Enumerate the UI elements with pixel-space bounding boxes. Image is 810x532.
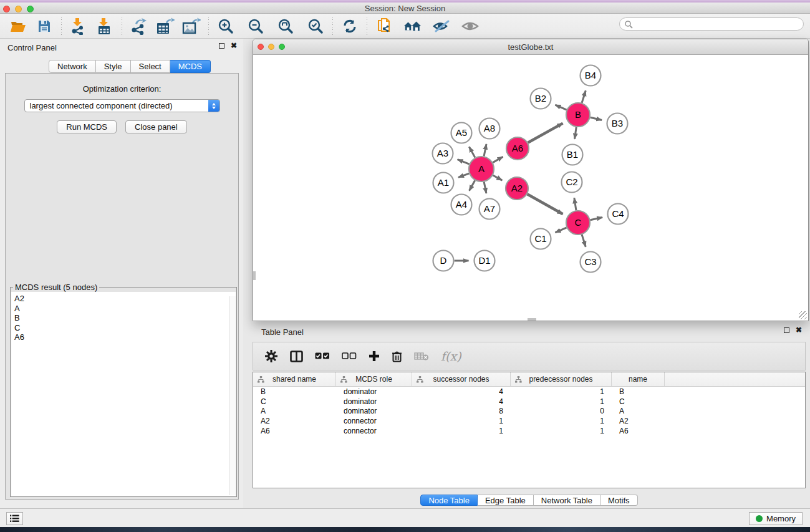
- table-settings-button[interactable]: [264, 347, 278, 365]
- zoom-fit-button[interactable]: [276, 17, 295, 36]
- edge-A-A1[interactable]: [458, 173, 469, 177]
- show-hidden-button[interactable]: [461, 17, 480, 36]
- table-cell[interactable]: A: [253, 407, 336, 415]
- task-history-button[interactable]: [6, 512, 23, 525]
- tab-motifs[interactable]: Motifs: [600, 495, 638, 506]
- table-cell[interactable]: 1: [511, 417, 612, 425]
- table-cell[interactable]: 1: [511, 397, 612, 406]
- table-cell[interactable]: connector: [336, 427, 412, 435]
- column-visibility-button[interactable]: [290, 347, 303, 365]
- edge-C-C3[interactable]: [582, 235, 586, 247]
- list-item[interactable]: A: [14, 304, 236, 314]
- import-table-button[interactable]: [95, 17, 114, 36]
- list-item[interactable]: B: [14, 313, 236, 323]
- table-cell[interactable]: 0: [511, 407, 612, 415]
- edge-A-A3[interactable]: [458, 160, 470, 165]
- table-cell[interactable]: B: [612, 387, 665, 396]
- close-panel-icon[interactable]: ✖: [231, 42, 237, 49]
- table-cell[interactable]: A2: [253, 417, 336, 425]
- resize-grip[interactable]: [799, 311, 807, 319]
- new-network-from-selection-button[interactable]: [375, 17, 393, 36]
- close-table-panel-icon[interactable]: ✖: [796, 327, 802, 333]
- table-cell[interactable]: 8: [412, 407, 511, 415]
- edge-A-A5[interactable]: [469, 147, 475, 157]
- column-header-MCDS-role[interactable]: MCDS role: [336, 372, 412, 386]
- zoom-out-button[interactable]: [246, 17, 265, 36]
- table-cell[interactable]: 1: [511, 427, 612, 435]
- hide-selection-button[interactable]: [432, 17, 451, 36]
- export-image-button[interactable]: [182, 17, 201, 36]
- edge-A-A8[interactable]: [484, 144, 486, 156]
- first-neighbors-button[interactable]: [403, 17, 422, 36]
- table-cell[interactable]: connector: [336, 417, 412, 425]
- table-cell[interactable]: A2: [612, 417, 665, 425]
- edge-B-B4[interactable]: [582, 90, 586, 103]
- zoom-in-button[interactable]: [216, 17, 235, 36]
- deselect-all-rows-button[interactable]: [342, 347, 357, 365]
- add-column-button[interactable]: [369, 347, 380, 365]
- column-header-name[interactable]: name: [612, 372, 665, 386]
- edge-C-C2[interactable]: [574, 198, 576, 210]
- select-all-rows-button[interactable]: [315, 347, 330, 365]
- table-cell[interactable]: 4: [412, 387, 511, 396]
- export-network-button[interactable]: [130, 17, 148, 36]
- table-row[interactable]: Adominator80A: [253, 407, 805, 417]
- criterion-select[interactable]: largest connected component (directed): [24, 99, 220, 112]
- edge-B-B2[interactable]: [555, 105, 566, 110]
- column-header-shared-name[interactable]: shared name: [253, 372, 336, 386]
- run-mcds-button[interactable]: Run MCDS: [57, 120, 117, 133]
- tab-network-table[interactable]: Network Table: [534, 495, 600, 506]
- vertical-scrollbar[interactable]: [253, 271, 256, 280]
- delete-column-button[interactable]: [392, 347, 402, 365]
- table-cell[interactable]: dominator: [336, 387, 412, 396]
- edge-A-A2[interactable]: [493, 175, 502, 180]
- network-graph[interactable]: B4B2BB3A5A8A6A3B1AC2A1A2A4A7C4CC1C3DD1: [253, 55, 808, 321]
- tab-select[interactable]: Select: [131, 60, 170, 73]
- edge-A2-C[interactable]: [528, 194, 563, 214]
- edge-B-B3[interactable]: [591, 117, 602, 120]
- function-builder-button[interactable]: f(x): [441, 349, 461, 363]
- edge-A-A7[interactable]: [484, 182, 486, 193]
- tab-node-table[interactable]: Node Table: [420, 495, 478, 506]
- edge-C-C4[interactable]: [591, 217, 603, 220]
- tab-style[interactable]: Style: [96, 60, 131, 73]
- float-table-panel-icon[interactable]: [784, 327, 789, 333]
- edge-A-A6[interactable]: [493, 157, 503, 162]
- list-item[interactable]: C: [14, 323, 236, 333]
- table-cell[interactable]: 1: [412, 417, 511, 425]
- table-row[interactable]: Bdominator41B: [253, 387, 805, 397]
- table-row[interactable]: A2connector11A2: [253, 416, 805, 426]
- tab-mcds[interactable]: MCDS: [170, 60, 211, 73]
- table-cell[interactable]: B: [253, 387, 336, 396]
- table-cell[interactable]: 4: [412, 397, 511, 406]
- list-item[interactable]: A2: [14, 294, 236, 304]
- close-panel-button[interactable]: Close panel: [125, 120, 187, 133]
- table-cell[interactable]: dominator: [336, 397, 412, 406]
- table-cell[interactable]: A6: [253, 427, 336, 435]
- float-panel-icon[interactable]: [219, 43, 224, 49]
- table-cell[interactable]: A: [612, 407, 665, 415]
- table-cell[interactable]: C: [612, 397, 665, 406]
- list-item[interactable]: A6: [14, 332, 236, 342]
- tab-network[interactable]: Network: [49, 60, 96, 73]
- network-window-titlebar[interactable]: testGlobe.txt: [253, 39, 808, 55]
- edge-B-B1[interactable]: [575, 127, 577, 139]
- table-cell[interactable]: 1: [412, 427, 511, 435]
- refresh-button[interactable]: [340, 17, 359, 36]
- delete-table-button[interactable]: [414, 347, 429, 365]
- edge-C-C1[interactable]: [555, 228, 566, 233]
- select-stepper-icon[interactable]: [208, 100, 219, 112]
- table-row[interactable]: A6connector11A6: [253, 426, 805, 436]
- table-cell[interactable]: 1: [511, 387, 612, 396]
- memory-button[interactable]: Memory: [749, 512, 803, 525]
- table-cell[interactable]: A6: [612, 427, 665, 435]
- column-header-predecessor-nodes[interactable]: predecessor nodes: [511, 372, 612, 386]
- save-session-button[interactable]: [35, 17, 54, 36]
- table-cell[interactable]: C: [253, 397, 336, 406]
- tab-edge-table[interactable]: Edge Table: [478, 495, 534, 506]
- edge-A6-B[interactable]: [528, 123, 563, 143]
- table-cell[interactable]: dominator: [336, 407, 412, 415]
- open-session-button[interactable]: [9, 17, 27, 36]
- export-table-button[interactable]: [156, 17, 175, 36]
- zoom-selected-button[interactable]: [306, 17, 325, 36]
